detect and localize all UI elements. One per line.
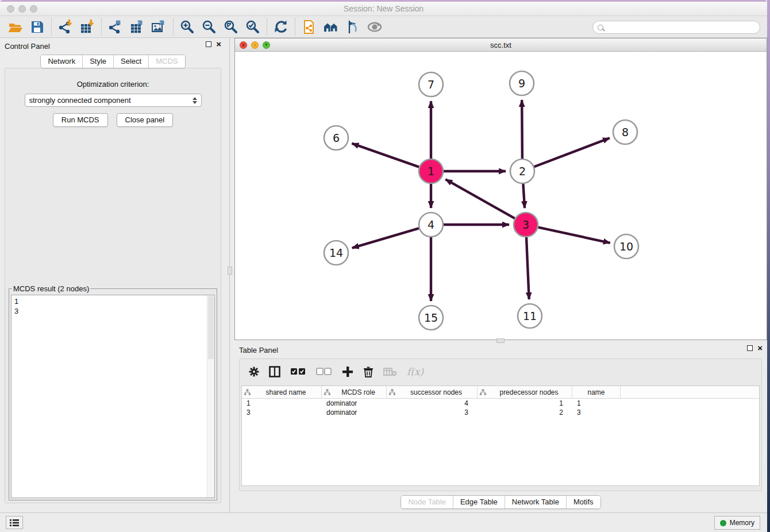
run-mcds-button[interactable]: Run MCDS bbox=[53, 113, 108, 127]
zoom-selected-button[interactable] bbox=[242, 18, 264, 36]
table-row[interactable]: 3dominator323 bbox=[242, 408, 759, 417]
tab-style[interactable]: Style bbox=[82, 55, 113, 68]
zoom-window-icon[interactable] bbox=[30, 5, 37, 13]
edge-3-11[interactable] bbox=[526, 237, 529, 299]
table-cell[interactable]: dominator bbox=[322, 399, 387, 408]
network-zoom-icon[interactable]: + bbox=[263, 41, 270, 49]
tab-network-table[interactable]: Network Table bbox=[505, 496, 566, 508]
show-hide-button[interactable] bbox=[364, 18, 386, 36]
show-column-button[interactable] bbox=[269, 366, 280, 377]
table-cell[interactable]: 1 bbox=[242, 399, 322, 408]
table-mode-gear-button[interactable] bbox=[249, 367, 259, 377]
column-header-name[interactable]: name bbox=[572, 386, 621, 398]
minimize-window-icon[interactable] bbox=[18, 5, 26, 13]
node-11[interactable]: 11 bbox=[518, 304, 542, 328]
automation-panel-button[interactable] bbox=[6, 516, 23, 529]
open-session-icon bbox=[8, 20, 23, 34]
import-table-button[interactable] bbox=[76, 18, 98, 36]
table-cell[interactable]: 2 bbox=[478, 408, 572, 417]
node-label: 10 bbox=[619, 240, 633, 253]
toolbar-separator bbox=[267, 18, 267, 36]
float-table-panel-icon[interactable] bbox=[747, 345, 753, 351]
graphics-details-button[interactable] bbox=[342, 18, 364, 36]
select-all-columns-button[interactable] bbox=[290, 367, 306, 376]
close-table-panel-icon[interactable]: × bbox=[757, 345, 763, 351]
save-session-button[interactable] bbox=[26, 18, 48, 36]
apply-layout-button[interactable] bbox=[270, 18, 292, 36]
export-image-button[interactable] bbox=[148, 18, 170, 36]
memory-button[interactable]: Memory bbox=[714, 516, 760, 530]
network-canvas[interactable]: 7968124314101511 bbox=[235, 52, 767, 340]
unselect-all-columns-button[interactable] bbox=[316, 367, 332, 376]
vertical-splitter[interactable] bbox=[226, 38, 234, 512]
table-cell[interactable]: dominator bbox=[322, 408, 387, 417]
column-header-predecessor-nodes[interactable]: predecessor nodes bbox=[478, 386, 572, 398]
mcds-result-group: MCDS result (2 nodes) 13 bbox=[9, 284, 217, 500]
table-cell[interactable]: 3 bbox=[387, 408, 478, 417]
node-2[interactable]: 2 bbox=[510, 159, 534, 183]
vertical-splitter-handle[interactable] bbox=[228, 267, 232, 275]
export-table-button[interactable] bbox=[126, 18, 148, 36]
tab-mcds[interactable]: MCDS bbox=[148, 55, 184, 68]
chevron-up-down-icon bbox=[192, 97, 197, 104]
create-column-button[interactable] bbox=[342, 366, 353, 377]
node-8[interactable]: 8 bbox=[613, 120, 637, 144]
edge-3-1[interactable] bbox=[445, 179, 515, 218]
search-input[interactable] bbox=[607, 24, 755, 32]
tab-network[interactable]: Network bbox=[41, 55, 82, 68]
network-minimize-icon[interactable]: - bbox=[251, 41, 259, 49]
new-network-from-selection-button[interactable] bbox=[298, 18, 320, 36]
zoom-out-button[interactable] bbox=[198, 18, 220, 36]
node-10[interactable]: 10 bbox=[614, 234, 638, 259]
node-9[interactable]: 9 bbox=[510, 71, 534, 95]
float-panel-icon[interactable] bbox=[206, 41, 211, 47]
delete-columns-button[interactable] bbox=[363, 366, 374, 377]
edge-4-14[interactable] bbox=[352, 228, 419, 248]
edge-3-10[interactable] bbox=[538, 228, 610, 243]
table-cell[interactable]: 3 bbox=[572, 408, 621, 417]
table-cell[interactable]: 4 bbox=[387, 399, 478, 408]
table-cell[interactable]: 3 bbox=[242, 408, 322, 417]
network-graph[interactable]: 7968124314101511 bbox=[235, 52, 767, 340]
export-network-button[interactable] bbox=[105, 18, 126, 36]
first-neighbors-icon bbox=[324, 20, 338, 34]
search-box[interactable] bbox=[592, 21, 760, 34]
edge-2-9[interactable] bbox=[522, 100, 522, 159]
table-row[interactable]: 1dominator411 bbox=[242, 399, 759, 408]
column-header-shared-name[interactable]: shared name bbox=[242, 386, 322, 398]
zoom-fit-content-button[interactable] bbox=[220, 18, 242, 36]
tab-select[interactable]: Select bbox=[113, 55, 148, 68]
edge-2-8[interactable] bbox=[534, 138, 610, 167]
column-header-successor-nodes[interactable]: successor nodes bbox=[387, 386, 478, 398]
close-panel-button[interactable]: Close panel bbox=[117, 113, 174, 127]
edge-2-3[interactable] bbox=[523, 184, 525, 208]
result-scrollbar-thumb[interactable] bbox=[208, 296, 214, 359]
open-session-button[interactable] bbox=[5, 18, 26, 36]
table-cell[interactable]: 1 bbox=[572, 399, 621, 408]
column-header-MCDS-role[interactable]: MCDS role bbox=[322, 386, 387, 398]
network-close-icon[interactable]: x bbox=[240, 41, 247, 49]
tab-motifs[interactable]: Motifs bbox=[566, 496, 600, 508]
result-scrollbar[interactable] bbox=[207, 295, 214, 498]
node-15[interactable]: 15 bbox=[419, 306, 443, 330]
edge-1-6[interactable] bbox=[352, 144, 419, 167]
close-panel-icon[interactable]: × bbox=[216, 41, 221, 47]
close-window-icon[interactable] bbox=[7, 5, 14, 13]
table-cell[interactable]: 1 bbox=[478, 399, 572, 408]
node-1[interactable]: 1 bbox=[419, 159, 443, 183]
tab-edge-table[interactable]: Edge Table bbox=[453, 496, 505, 508]
node-label: 14 bbox=[329, 246, 343, 259]
node-7[interactable]: 7 bbox=[419, 72, 443, 97]
import-network-button[interactable] bbox=[55, 18, 76, 36]
zoom-in-button[interactable] bbox=[176, 18, 198, 36]
optimization-criterion-select[interactable]: strongly connected component bbox=[25, 94, 202, 107]
tab-node-table[interactable]: Node Table bbox=[401, 496, 453, 508]
node-table[interactable]: shared nameMCDS rolesuccessor nodesprede… bbox=[241, 385, 760, 486]
node-6[interactable]: 6 bbox=[324, 126, 348, 150]
first-neighbors-button[interactable] bbox=[320, 18, 342, 36]
node-4[interactable]: 4 bbox=[419, 213, 443, 237]
node-14[interactable]: 14 bbox=[324, 241, 348, 265]
node-3[interactable]: 3 bbox=[514, 213, 538, 237]
mcds-result-text[interactable]: 13 bbox=[11, 295, 215, 498]
delete-table-icon bbox=[383, 367, 397, 376]
